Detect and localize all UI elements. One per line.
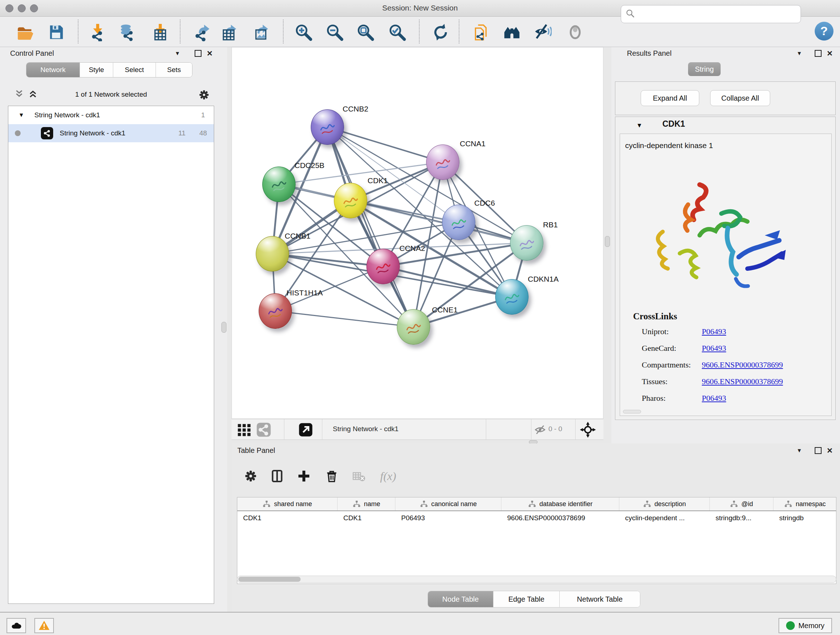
import-table-button[interactable] <box>150 22 171 43</box>
crosslinks-scrollbar[interactable] <box>623 410 641 413</box>
table-cell[interactable]: CDK1 <box>338 511 395 526</box>
tree-expand-icon[interactable]: ▼ <box>19 112 24 119</box>
network-node-ccnb1[interactable] <box>256 236 289 272</box>
crosslink-link[interactable]: P06493 <box>702 394 726 403</box>
network-row-selected[interactable]: String Network - cdk1 11 48 <box>8 124 214 142</box>
tab-select[interactable]: Select <box>113 63 156 77</box>
tab-sets[interactable]: Sets <box>156 63 192 77</box>
zoom-fit-button[interactable] <box>355 22 376 43</box>
zoom-selected-button[interactable] <box>387 22 408 43</box>
crosslink-link[interactable]: 9606.ENSP00000378699 <box>702 360 783 370</box>
network-node-ccne1[interactable] <box>397 309 430 345</box>
add-column-plus-icon[interactable] <box>294 466 314 486</box>
export-image-button[interactable] <box>250 22 271 43</box>
control-panel-float-icon[interactable] <box>195 50 202 57</box>
toolbar-separator <box>419 19 420 43</box>
column-header-namespac[interactable]: namespac <box>774 497 836 510</box>
tab-node-table[interactable]: Node Table <box>428 591 493 607</box>
tab-style[interactable]: Style <box>80 63 113 77</box>
control-panel-close-icon[interactable]: × <box>207 50 212 57</box>
right-splitter-handle[interactable] <box>605 236 610 247</box>
network-node-rb1[interactable] <box>510 225 543 261</box>
network-node-cdc6[interactable] <box>442 204 475 240</box>
left-splitter-handle[interactable] <box>221 322 226 333</box>
column-header--id[interactable]: @id <box>710 497 774 510</box>
network-node-ccnb2[interactable] <box>311 109 344 145</box>
network-node-cdk1[interactable] <box>334 183 367 218</box>
export-table-button[interactable] <box>218 22 239 43</box>
save-session-button[interactable] <box>46 22 66 43</box>
search-tools-button[interactable] <box>501 22 523 43</box>
control-panel-collapse-icon[interactable]: ▾ <box>176 49 179 57</box>
import-database-button[interactable] <box>117 22 138 43</box>
open-session-button[interactable] <box>15 22 36 43</box>
tab-network[interactable]: Network <box>27 63 80 77</box>
column-header-shared-name[interactable]: shared name <box>237 497 338 510</box>
table-cell[interactable]: CDK1 <box>237 511 338 526</box>
collapse-all-button[interactable]: Collapse All <box>710 90 770 106</box>
results-panel-close-icon[interactable]: × <box>827 50 832 57</box>
node-table[interactable]: shared namenamecanonical namedatabase id… <box>237 497 836 584</box>
network-node-cdkn1a[interactable] <box>495 279 529 315</box>
help-button[interactable]: ? <box>815 22 834 41</box>
network-overview-button[interactable] <box>471 22 492 43</box>
table-cell[interactable]: stringdb <box>774 511 836 526</box>
export-network-button[interactable] <box>191 22 212 43</box>
network-edge[interactable] <box>275 311 414 327</box>
apply-layout-button[interactable] <box>430 22 451 43</box>
network-collection-row[interactable]: ▼ String Network - cdk1 1 <box>8 106 214 124</box>
search-box[interactable] <box>621 5 801 23</box>
hidden-eye-slash-icon[interactable] <box>534 424 546 437</box>
import-network-button[interactable] <box>87 22 108 43</box>
cloud-button[interactable] <box>6 618 26 633</box>
open-in-window-icon[interactable] <box>298 422 313 439</box>
network-canvas[interactable]: CCNB2 CCNA1 CDC25B CDK1 CDC6 RB1CCNB1 CC… <box>232 47 603 419</box>
network-node-cdc25b[interactable] <box>262 166 295 202</box>
search-input[interactable] <box>635 7 801 21</box>
table-cell[interactable]: cyclin-dependent ... <box>619 511 710 526</box>
table-scrollbar-thumb[interactable] <box>238 577 301 582</box>
crosslink-link[interactable]: 9606.ENSP00000378699 <box>702 377 783 386</box>
network-node-ccna2[interactable] <box>366 249 400 284</box>
table-panel-collapse-icon[interactable]: ▾ <box>798 447 801 454</box>
network-options-gear-icon[interactable] <box>198 89 210 102</box>
tab-string[interactable]: String <box>688 62 721 76</box>
zoom-in-button[interactable] <box>293 22 314 43</box>
warning-button[interactable] <box>34 618 54 633</box>
network-edge[interactable] <box>327 127 443 162</box>
column-header-database-identifier[interactable]: database identifier <box>501 497 619 510</box>
show-columns-icon[interactable] <box>267 466 287 486</box>
crosslink-link[interactable]: P06493 <box>702 344 726 353</box>
network-node-hist1h1a[interactable] <box>259 293 292 329</box>
expand-all-button[interactable]: Expand All <box>641 90 699 106</box>
results-panel-collapse-icon[interactable]: ▾ <box>798 49 801 57</box>
protein-collapse-icon[interactable]: ▼ <box>636 122 643 129</box>
network-share-icon[interactable] <box>256 422 271 439</box>
tab-network-table[interactable]: Network Table <box>560 591 640 607</box>
table-panel-close-icon[interactable]: × <box>827 447 832 454</box>
table-cell[interactable]: stringdb:9... <box>710 511 774 526</box>
crosslink-link[interactable]: P06493 <box>702 327 726 336</box>
show-graphics-button[interactable] <box>565 22 586 43</box>
network-edge[interactable] <box>327 127 414 327</box>
hide-panel-button[interactable] <box>532 22 553 43</box>
memory-button[interactable]: Memory <box>778 618 832 633</box>
network-node-ccna1[interactable] <box>426 144 459 180</box>
move-crosshair-icon[interactable] <box>579 421 596 440</box>
column-header-description[interactable]: description <box>619 497 710 510</box>
network-edge[interactable] <box>279 184 459 222</box>
table-cell[interactable]: 9606.ENSP00000378699 <box>501 511 619 526</box>
table-panel-float-icon[interactable] <box>815 447 821 454</box>
table-horizontal-scrollbar[interactable] <box>237 576 836 583</box>
birdseye-grid-icon[interactable] <box>237 422 252 439</box>
zoom-out-button[interactable] <box>324 22 345 43</box>
tab-edge-table[interactable]: Edge Table <box>493 591 560 607</box>
delete-column-trash-icon[interactable] <box>322 466 342 486</box>
protein-ribbon-thumb <box>429 152 456 175</box>
column-header-name[interactable]: name <box>338 497 395 510</box>
table-options-gear-icon[interactable] <box>240 466 261 486</box>
table-cell[interactable]: P06493 <box>395 511 501 526</box>
column-header-canonical-name[interactable]: canonical name <box>395 497 501 510</box>
results-panel-float-icon[interactable] <box>815 50 821 57</box>
table-row[interactable]: CDK1CDK1P064939606.ENSP00000378699cyclin… <box>237 511 836 526</box>
